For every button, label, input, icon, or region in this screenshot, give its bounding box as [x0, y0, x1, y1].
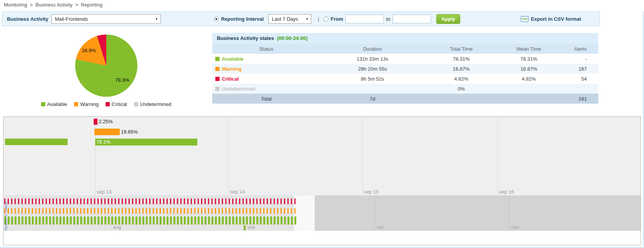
tick-available: [28, 217, 30, 225]
tick-warning: [97, 208, 99, 214]
tick-available: [115, 217, 117, 225]
tick-warning: [32, 208, 33, 214]
states-title-range: (00:00-24:00): [277, 35, 308, 41]
overview-month-label: oct: [377, 224, 383, 230]
tick-warning: [239, 208, 240, 214]
breadcrumb-reporting[interactable]: Reporting: [81, 2, 102, 8]
tick-warning: [177, 208, 178, 214]
alerts-cell: 54: [560, 76, 598, 82]
status-cell: Warning: [212, 66, 320, 72]
tick-critical: [267, 198, 268, 204]
overview-month-gridline: [375, 195, 375, 231]
legend-item-warning: Warning: [74, 101, 99, 107]
tick-warning: [270, 208, 271, 214]
tick-available: [291, 217, 293, 225]
tick-warning: [260, 208, 261, 214]
tick-critical: [194, 198, 195, 204]
tick-warning: [125, 208, 126, 214]
timeline-date-label: sep 13: [97, 189, 112, 195]
tick-warning: [132, 208, 133, 214]
tick-warning: [73, 208, 74, 214]
total-time-cell: 16.87%: [424, 66, 498, 72]
tick-warning: [263, 208, 264, 214]
csv-icon: CSV: [521, 16, 528, 22]
tick-warning: [287, 208, 289, 214]
tick-available: [77, 217, 79, 225]
reporting-interval-select[interactable]: Last 7 Days ▼: [268, 14, 311, 24]
states-table-row-undetermined: Undetermined0%: [212, 84, 598, 94]
tick-warning: [243, 208, 244, 214]
custom-period-radio[interactable]: [324, 17, 329, 21]
export-csv-button[interactable]: CSV Export in CSV format: [521, 16, 581, 22]
business-activity-select[interactable]: Mail-Frontends ▼: [51, 14, 161, 24]
bar-label: 78.1%: [95, 139, 111, 145]
tick-warning: [211, 208, 213, 214]
to-date-input[interactable]: [393, 15, 431, 23]
tick-available: [149, 217, 151, 225]
breadcrumb-business-activity[interactable]: Business Activity: [35, 2, 73, 8]
timeline-main-band[interactable]: sep 13sep 14sep 15sep 162.25%19.65%78.1%: [3, 117, 641, 195]
tick-warning: [8, 208, 9, 214]
tick-critical: [8, 198, 9, 204]
states-table-row-critical: Critical8h 5m 52s4.82%4.82%54: [212, 74, 598, 84]
tick-critical: [63, 198, 64, 204]
from-date-input[interactable]: [345, 15, 384, 23]
tick-critical: [294, 198, 296, 204]
tick-available: [215, 217, 217, 225]
legend-item-critical: Critical: [106, 101, 127, 107]
tick-available: [184, 217, 186, 225]
apply-button[interactable]: Apply: [436, 14, 460, 24]
timeline-credit: Timeline © SIMILE: [4, 196, 8, 231]
legend-swatch: [106, 102, 110, 106]
tick-warning: [267, 208, 268, 214]
tick-available: [11, 217, 13, 225]
status-name: Warning: [222, 66, 242, 72]
tick-critical: [122, 198, 123, 204]
timeline-panel: sep 13sep 14sep 15sep 162.25%19.65%78.1%…: [3, 116, 641, 245]
tick-critical: [239, 198, 240, 204]
reporting-interval-label: Reporting Interval: [221, 16, 264, 22]
breadcrumb-monitoring[interactable]: Monitoring: [4, 2, 27, 8]
tick-warning: [208, 208, 209, 214]
overview-shaded-region: [315, 195, 641, 231]
tick-available: [46, 217, 48, 225]
overview-viewport-highlight[interactable]: [294, 195, 315, 231]
tick-available: [229, 217, 231, 225]
tick-available: [191, 217, 193, 225]
timeline-overview-band[interactable]: augsepoctnov: [3, 195, 641, 231]
tick-warning: [184, 208, 185, 214]
overview-month-label: sep: [247, 224, 255, 230]
breadcrumb: Monitoring>Business Activity>Reporting: [0, 0, 644, 10]
status-cell: Critical: [212, 76, 320, 82]
tick-available: [194, 217, 196, 225]
tick-critical: [281, 198, 282, 204]
tick-available: [222, 217, 224, 225]
pie-slice-label: 16.9%: [82, 48, 96, 53]
reporting-interval-radio[interactable]: [214, 17, 219, 21]
tick-available: [267, 217, 269, 225]
tick-available: [32, 217, 34, 225]
tick-critical: [149, 198, 150, 204]
timeline-date-label: sep 14: [230, 189, 245, 195]
tick-available: [49, 217, 51, 225]
tick-critical: [211, 198, 213, 204]
tick-warning: [201, 208, 202, 214]
bar-label: 2.25%: [99, 119, 113, 125]
tick-critical: [215, 198, 216, 204]
business-activity-selected-value: Mail-Frontends: [55, 16, 88, 22]
reporting-interval-group: Reporting Interval Last 7 Days ▼ | From …: [214, 14, 460, 24]
breadcrumb-separator: >: [75, 2, 78, 8]
tick-critical: [87, 198, 88, 204]
alerts-cell: -: [560, 56, 598, 62]
tick-warning: [142, 208, 144, 214]
tick-warning: [115, 208, 116, 214]
tick-warning: [28, 208, 30, 214]
timeline-date-label: sep 15: [364, 189, 379, 195]
tick-critical: [35, 198, 36, 204]
tick-warning: [225, 208, 226, 214]
tick-warning: [163, 208, 164, 214]
tick-available: [118, 217, 120, 225]
to-label: to: [386, 16, 390, 22]
tick-warning: [49, 208, 50, 214]
legend-swatch: [74, 102, 78, 106]
